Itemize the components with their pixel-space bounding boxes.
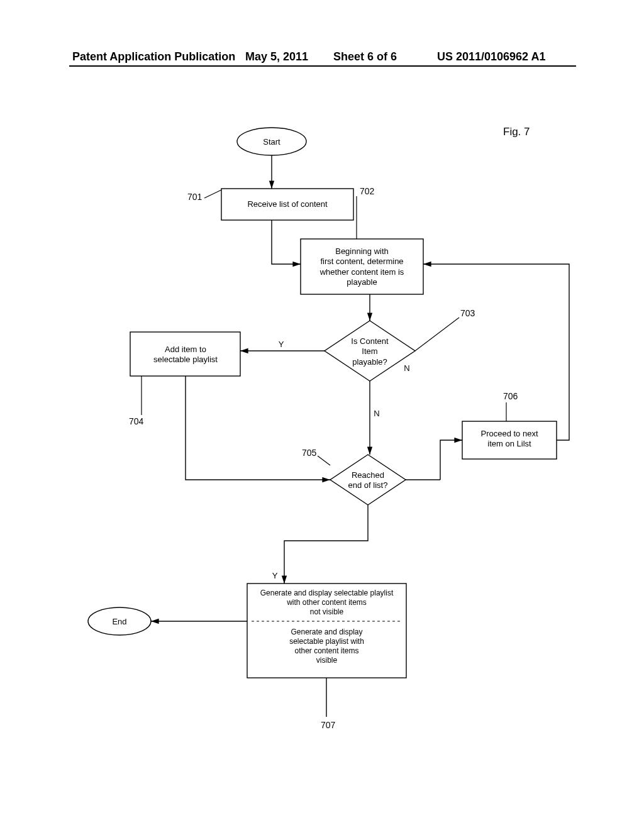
node-702: Beginning with first content, determine …: [304, 246, 419, 287]
ref-702: 702: [360, 186, 374, 196]
node-703: Is Content Item playable?: [340, 336, 400, 367]
start-label: Start: [258, 137, 286, 147]
node-706: Proceed to next item on Lilst: [465, 429, 553, 450]
node-705: Reached end of list?: [345, 470, 391, 491]
label-705-y: Y: [270, 571, 279, 581]
node-704: Add item to selectable playlist: [135, 345, 236, 365]
ref-707: 707: [321, 720, 335, 730]
ref-705: 705: [302, 448, 316, 458]
svg-line-21: [318, 456, 330, 465]
ref-706: 706: [503, 391, 518, 401]
ref-704: 704: [129, 416, 143, 426]
svg-line-19: [415, 318, 459, 351]
node-707a: Generate and display selectable playlist…: [250, 589, 403, 617]
ref-701: 701: [187, 192, 202, 202]
label-703-y: Y: [277, 340, 286, 350]
end-label: End: [106, 617, 133, 627]
node-707b: Generate and display selectable playlist…: [250, 628, 403, 665]
node-701: Receive list of content: [226, 199, 348, 209]
flowchart-svg: [0, 0, 644, 830]
label-705-n-vert: N: [372, 409, 381, 419]
svg-line-17: [204, 190, 221, 198]
ref-703: 703: [460, 308, 475, 318]
label-703-n: N: [402, 363, 411, 374]
